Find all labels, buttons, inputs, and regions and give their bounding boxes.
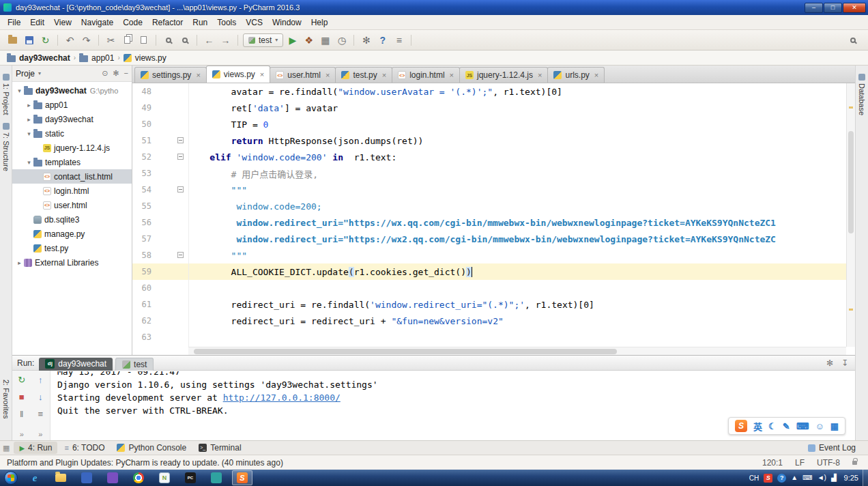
toolbar-redo-icon[interactable]: ↷ bbox=[79, 33, 93, 47]
toolstrip-1-project[interactable]: 1: Project bbox=[2, 74, 10, 115]
menu-help[interactable]: Help bbox=[306, 16, 333, 29]
toolstrip-7-structure[interactable]: 7: Structure bbox=[2, 123, 10, 171]
project-tree-item-test-py[interactable]: test.py bbox=[12, 241, 132, 255]
run-tab-test[interactable]: test bbox=[115, 358, 154, 371]
toolwindow-toggle-icon[interactable]: ▦ bbox=[3, 444, 10, 453]
line-ending[interactable]: LF bbox=[795, 458, 805, 468]
tree-expand-icon[interactable]: ▾ bbox=[15, 87, 24, 94]
taskbar-app-save[interactable] bbox=[76, 470, 97, 485]
tree-expand-icon[interactable]: ▾ bbox=[25, 159, 33, 166]
breadcrumb-day93wechat[interactable]: day93wechat bbox=[7, 53, 70, 63]
fold-marker-icon[interactable] bbox=[177, 186, 184, 192]
menu-vcs[interactable]: VCS bbox=[241, 16, 267, 29]
project-tree-item-app01[interactable]: ▸app01 bbox=[12, 98, 132, 112]
code-line-51[interactable]: 51 return HttpResponse(json.dumps(ret)) bbox=[132, 132, 846, 149]
run-settings-icon[interactable]: ✻ bbox=[826, 358, 833, 368]
status-message[interactable]: Platform and Plugin Updates: PyCharm is … bbox=[7, 458, 283, 468]
tab-close-icon[interactable]: × bbox=[260, 70, 264, 78]
toolbar-profile-icon[interactable]: ◷ bbox=[334, 33, 349, 47]
tab-close-icon[interactable]: × bbox=[594, 71, 598, 79]
minimize-button[interactable]: – bbox=[805, 3, 823, 13]
horizontal-scrollbar[interactable] bbox=[188, 347, 846, 355]
file-encoding[interactable]: UTF-8 bbox=[817, 458, 840, 468]
project-tree-item-static[interactable]: ▾static bbox=[12, 126, 132, 141]
toolbar-sync-icon[interactable]: ↻ bbox=[38, 33, 53, 47]
taskbar-app-chrome[interactable] bbox=[128, 470, 149, 485]
menu-file[interactable]: File bbox=[3, 16, 25, 29]
editor-tab-login-html[interactable]: <>login.html× bbox=[392, 67, 460, 83]
menu-code[interactable]: Code bbox=[118, 16, 147, 29]
project-tree-item-day93wechat[interactable]: ▸day93wechat bbox=[12, 112, 132, 126]
toolbar-help-icon[interactable]: ? bbox=[375, 33, 390, 47]
code-line-49[interactable]: 49 ret['data'] = avatar bbox=[132, 100, 846, 116]
horizontal-scrollbar-thumb[interactable] bbox=[194, 349, 617, 354]
chevron-down-icon[interactable]: ▾ bbox=[38, 70, 41, 76]
taskbar-app-teal[interactable] bbox=[206, 470, 227, 485]
account-icon[interactable]: ☺ bbox=[815, 421, 824, 431]
project-tree-item-manage-py[interactable]: manage.py bbox=[12, 227, 132, 241]
toolbar-find-icon[interactable] bbox=[161, 33, 175, 47]
code-line-50[interactable]: 50 TIP = 0 bbox=[132, 116, 846, 132]
project-tree-item-day93wechat[interactable]: ▾day93wechatG:\pytho bbox=[12, 83, 132, 98]
start-button[interactable] bbox=[4, 471, 18, 485]
project-tree-item-user-html[interactable]: <>user.html bbox=[12, 198, 132, 212]
project-tree-item-db-sqlite3[interactable]: db.sqlite3 bbox=[12, 212, 132, 227]
code-line-62[interactable]: 62 redirect_uri = redirect_uri + "&fun=n… bbox=[132, 313, 846, 329]
clock[interactable]: 9:25 bbox=[844, 474, 858, 482]
toolbox-icon[interactable]: ▦ bbox=[830, 421, 839, 431]
toolstrip-favorites[interactable]: 2: Favorites bbox=[2, 380, 10, 418]
up-icon[interactable]: ↑ bbox=[35, 375, 46, 386]
code-line-48[interactable]: 48 avatar = re.findall("window.userAvata… bbox=[132, 83, 846, 100]
tree-expand-icon[interactable]: ▸ bbox=[15, 259, 24, 266]
editor-tab-test-py[interactable]: test.py× bbox=[335, 67, 392, 83]
tray-help-icon[interactable]: ? bbox=[777, 474, 786, 483]
menu-run[interactable]: Run bbox=[188, 16, 212, 29]
sogou-logo-icon[interactable]: S bbox=[735, 420, 747, 432]
tab-close-icon[interactable]: × bbox=[538, 71, 542, 79]
menu-window[interactable]: Window bbox=[267, 16, 306, 29]
code-line-57[interactable]: 57 window.redirect_uri="https://wx2.qq.c… bbox=[132, 231, 846, 247]
tray-language-indicator[interactable]: CH bbox=[749, 474, 759, 482]
tree-expand-icon[interactable]: ▸ bbox=[25, 102, 33, 109]
editor-tab-views-py[interactable]: views.py× bbox=[206, 66, 270, 83]
toolbar-open-icon[interactable] bbox=[5, 33, 20, 47]
project-tree-item-login-html[interactable]: <>login.html bbox=[12, 184, 132, 198]
breadcrumb-app01[interactable]: app01 bbox=[79, 53, 114, 63]
ime-language-toggle[interactable]: 英 bbox=[753, 420, 762, 433]
maximize-button[interactable]: □ bbox=[824, 3, 842, 13]
editor-tab-settings-py[interactable]: settings.py× bbox=[134, 67, 207, 83]
stop-icon[interactable]: ■ bbox=[16, 392, 27, 403]
menu-icon[interactable]: ≡ bbox=[35, 409, 46, 420]
toolbar-project-structure-icon[interactable]: ≡ bbox=[392, 33, 406, 47]
toolbar-settings-icon[interactable]: ✻ bbox=[359, 33, 373, 47]
toolbar-back-icon[interactable]: ← bbox=[202, 33, 216, 47]
editor-tab-user-html[interactable]: <>user.html× bbox=[270, 67, 336, 83]
gear-icon[interactable]: ✻ bbox=[113, 69, 119, 78]
caret-position[interactable]: 120:1 bbox=[762, 458, 783, 468]
tab-close-icon[interactable]: × bbox=[450, 71, 454, 79]
taskbar-app-notepad[interactable]: N bbox=[154, 470, 175, 485]
code-line-60[interactable]: 60 bbox=[132, 280, 846, 296]
view-options-icon[interactable]: ⊙ bbox=[102, 69, 108, 78]
toolbar-save-icon[interactable] bbox=[22, 33, 36, 47]
taskbar-app-pycharm[interactable]: PC bbox=[180, 470, 201, 485]
toolbar-coverage-icon[interactable]: ▦ bbox=[318, 33, 332, 47]
vertical-scrollbar-thumb[interactable] bbox=[848, 131, 854, 233]
toolbar-undo-icon[interactable]: ↶ bbox=[63, 33, 77, 47]
error-stripe-mark[interactable] bbox=[849, 309, 853, 311]
menu-edit[interactable]: Edit bbox=[25, 16, 49, 29]
project-tree-item-jquery-1-12-4-js[interactable]: JSjquery-1.12.4.js bbox=[12, 141, 132, 155]
project-tree-item-external-libraries[interactable]: ▸External Libraries bbox=[12, 255, 132, 270]
toolbar-paste-icon[interactable] bbox=[136, 33, 151, 47]
error-stripe-mark[interactable] bbox=[849, 106, 853, 109]
editor-tab-urls-py[interactable]: urls.py× bbox=[547, 67, 605, 83]
toolbar-replace-icon[interactable] bbox=[177, 33, 192, 47]
menu-view[interactable]: View bbox=[49, 16, 76, 29]
lock-icon[interactable] bbox=[852, 461, 857, 465]
console-link[interactable]: http://127.0.0.1:8000/ bbox=[223, 392, 341, 403]
toolbar-copy-icon[interactable] bbox=[120, 33, 134, 47]
soft-keyboard-icon[interactable]: ⌨ bbox=[796, 421, 809, 431]
tab-close-icon[interactable]: × bbox=[326, 71, 330, 79]
project-tree-item-templates[interactable]: ▾templates bbox=[12, 155, 132, 169]
project-panel-title[interactable]: Proje bbox=[16, 69, 35, 78]
